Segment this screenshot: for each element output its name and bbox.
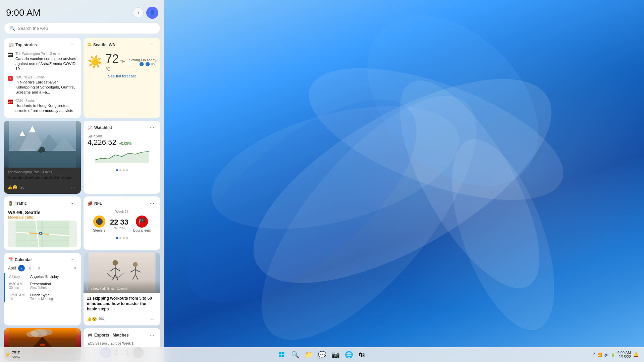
whale-story-widget[interactable]: The Washington Post · 3 mins Humpback wh… bbox=[4, 121, 81, 194]
buccaneers-icon: 🏴 bbox=[138, 218, 146, 225]
traffic-widget[interactable]: 🚦 Traffic ··· WA-99, Seattle Moderate tr… bbox=[4, 196, 81, 250]
file-explorer-button[interactable]: 📁 bbox=[303, 349, 315, 361]
story-2-source: NBC News · 3 mins bbox=[15, 75, 77, 79]
story-item-1[interactable]: WP The Washington Post · 3 mins Canada v… bbox=[4, 50, 81, 73]
stock-value: 4,226.52 bbox=[88, 138, 116, 147]
whale-count: 496 bbox=[19, 186, 24, 189]
nfl-dot-2 bbox=[119, 237, 121, 239]
cal-day-8[interactable]: 8 bbox=[27, 265, 34, 272]
nyt-more[interactable]: ··· bbox=[149, 315, 157, 323]
nfl-dot-3 bbox=[123, 237, 125, 239]
weather-forecast-link[interactable]: See full forecast bbox=[88, 72, 156, 79]
add-button[interactable]: + bbox=[133, 7, 144, 18]
whale-emoji: 👍😮 bbox=[7, 185, 17, 190]
panel-header: 9:00 AM + 👤 bbox=[4, 4, 160, 23]
whale-scene-svg bbox=[4, 121, 81, 168]
tray-volume-icon[interactable]: 🔊 bbox=[604, 353, 609, 357]
tray-network-icon[interactable]: 📶 bbox=[597, 353, 602, 357]
clock-time: 9:00 AM bbox=[618, 351, 631, 355]
calendar-widget[interactable]: 📅 Calendar ··· April 7 8 9 ▼ bbox=[4, 253, 81, 325]
start-button[interactable] bbox=[276, 349, 288, 361]
nfl-more[interactable]: ··· bbox=[148, 200, 156, 207]
panel-time: 9:00 AM bbox=[6, 7, 41, 18]
windows-logo-icon bbox=[279, 352, 285, 358]
search-bar[interactable]: 🔍 Search the web bbox=[4, 23, 160, 34]
nfl-dot-4 bbox=[126, 237, 128, 239]
weather-sun-icon: ☀️ bbox=[88, 55, 103, 69]
dot-1 bbox=[116, 169, 118, 171]
nfl-team-buccaneers: 🏴 Buccaneers bbox=[133, 216, 151, 232]
watchlist-widget[interactable]: 📈 Watchlist ··· S&P 500 4,226.52 +0.08% bbox=[84, 121, 160, 194]
cal-event-allday[interactable]: All day Angela's Birthday bbox=[4, 273, 81, 280]
svg-point-48 bbox=[40, 344, 45, 346]
chat-button[interactable]: 💬 bbox=[316, 349, 328, 361]
nfl-header: 🏈 NFL ··· bbox=[84, 196, 160, 208]
top-stories-icon: 📰 bbox=[8, 42, 14, 48]
weather-uv: 🔵 🔵 0% bbox=[129, 62, 156, 66]
traffic-icon: 🚦 bbox=[8, 201, 13, 206]
story-item-2[interactable]: N NBC News · 3 mins In Nigeria's Largest… bbox=[4, 73, 81, 97]
weather-more[interactable]: ··· bbox=[148, 41, 156, 49]
whale-caption: The Washington Post · 3 mins bbox=[4, 168, 81, 175]
weather-right: Strong UV today 🔵 🔵 0% bbox=[129, 58, 156, 66]
nfl-widget[interactable]: 🏈 NFL ··· Week 17 ⚫ Steelers bbox=[84, 196, 160, 250]
taskbar-photos-icon: 📷 bbox=[331, 351, 340, 359]
avatar-button[interactable]: 👤 bbox=[146, 7, 158, 19]
svg-rect-49 bbox=[279, 352, 282, 355]
esports-icon: 🎮 bbox=[88, 333, 93, 338]
svg-rect-51 bbox=[279, 355, 282, 357]
taskbar-weather-icon: ☀️ bbox=[5, 352, 10, 357]
taskbar-weather[interactable]: ☀️ 75°F Snow bbox=[5, 351, 20, 359]
traffic-more[interactable]: ··· bbox=[68, 200, 77, 207]
avatar-icon: 👤 bbox=[150, 10, 155, 15]
taskbar-clock[interactable]: 9:00 AM 2/15/22 bbox=[618, 351, 631, 359]
top-stories-widget[interactable]: 📰 Top stories ··· WP The Washington Post… bbox=[4, 38, 81, 118]
story-1-content: The Washington Post · 3 mins Canada vacc… bbox=[15, 52, 77, 71]
calendar-header: 📅 Calendar ··· bbox=[4, 253, 81, 265]
weather-icon: 🌤 bbox=[88, 43, 92, 47]
top-stories-more[interactable]: ··· bbox=[68, 41, 77, 49]
cal-event-lunch[interactable]: 12:30 AM 1h Lunch Sync Teams Meeting bbox=[4, 291, 81, 302]
top-stories-header: 📰 Top stories ··· bbox=[4, 38, 81, 50]
cal-day-9[interactable]: 9 bbox=[36, 265, 42, 272]
whale-reactions: 👍😮 496 bbox=[7, 185, 24, 190]
search-button[interactable]: 🔍 bbox=[289, 349, 301, 361]
nyt-reactions: 👍😮 496 bbox=[87, 317, 104, 321]
story-3-icon: CNN bbox=[8, 100, 13, 104]
header-actions: + 👤 bbox=[133, 7, 158, 19]
cal-event-pres-info: Presentation Alex Johnson bbox=[30, 282, 51, 290]
tray-expand-icon[interactable]: ^ bbox=[593, 353, 595, 357]
calendar-month-row: April 7 8 9 ▼ bbox=[4, 265, 81, 273]
watchlist-more[interactable]: ··· bbox=[148, 124, 156, 131]
esports-title: 🎮 Esports · Matches bbox=[88, 333, 129, 338]
whale-title: Humpback whale spotted in rivers bbox=[4, 175, 81, 183]
esports-event: ECS Season 8 Europe Week 1 bbox=[88, 342, 156, 345]
calendar-dropdown[interactable]: ▼ bbox=[73, 266, 77, 270]
whale-more[interactable]: ··· bbox=[69, 184, 77, 191]
weather-widget[interactable]: 🌤 Seattle, WA ··· ☀️ 72 °F°C Strong UV bbox=[84, 38, 160, 118]
store-button[interactable]: 🛍 bbox=[356, 349, 368, 361]
watchlist-icon: 📈 bbox=[88, 125, 93, 130]
steelers-logo: ⚫ bbox=[93, 216, 105, 228]
cal-event-presentation[interactable]: 8:30 AM 30 min Presentation Alex Johnson bbox=[4, 280, 81, 291]
svg-point-44 bbox=[39, 329, 53, 336]
esports-more[interactable]: ··· bbox=[148, 331, 156, 339]
svg-point-45 bbox=[26, 331, 39, 337]
whale-footer: 👍😮 496 ··· bbox=[4, 182, 81, 194]
calendar-events: All day Angela's Birthday 8:30 AM 30 min… bbox=[4, 273, 81, 305]
calendar-month: April bbox=[8, 266, 16, 270]
watchlist-dots bbox=[84, 167, 160, 173]
story-1-icon: WP bbox=[8, 53, 13, 57]
cal-event-allday-time: All day bbox=[9, 275, 28, 279]
edge-button[interactable]: 🌐 bbox=[343, 349, 355, 361]
calendar-more[interactable]: ··· bbox=[68, 256, 77, 263]
nyt-article-widget[interactable]: The New York Times · 20 mins 11 skipping… bbox=[84, 253, 160, 325]
notification-icon[interactable]: 🔔 bbox=[633, 352, 639, 357]
cal-day-7[interactable]: 7 bbox=[18, 265, 25, 272]
nyt-title: 11 skipping workouts from 5 to 60 minute… bbox=[87, 296, 157, 312]
tray-battery-icon[interactable]: 🔋 bbox=[611, 353, 615, 357]
story-item-3[interactable]: CNN CNN · 3 mins Hundreds in Hong Kong p… bbox=[4, 97, 81, 115]
taskbar-search-icon: 🔍 bbox=[291, 351, 300, 359]
nfl-title: 🏈 NFL bbox=[88, 201, 102, 206]
photos-button[interactable]: 📷 bbox=[329, 349, 341, 361]
